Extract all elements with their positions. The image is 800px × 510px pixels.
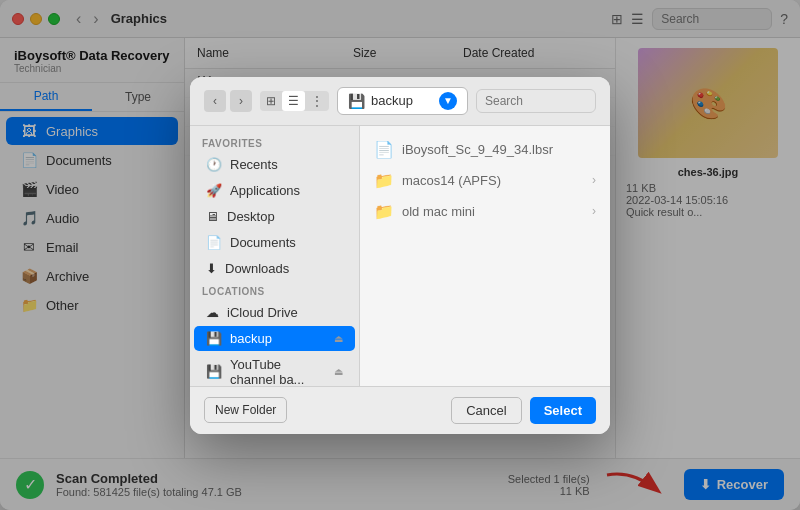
picker-recents-label: Recents bbox=[230, 157, 278, 172]
picker-item-applications[interactable]: 🚀 Applications bbox=[194, 178, 355, 203]
picker-footer: New Folder Cancel Select bbox=[190, 386, 610, 434]
icloud-icon: ☁ bbox=[206, 305, 219, 320]
favorites-label: Favorites bbox=[190, 134, 359, 151]
picker-item-backup[interactable]: 💾 backup ⏏ bbox=[194, 326, 355, 351]
downloads-icon: ⬇ bbox=[206, 261, 217, 276]
list-item[interactable]: 📁 old mac mini › bbox=[360, 196, 610, 227]
list-item[interactable]: 📁 macos14 (APFS) › bbox=[360, 165, 610, 196]
picker-sidebar: Favorites 🕐 Recents 🚀 Applications 🖥 Des… bbox=[190, 126, 360, 386]
picker-youtube-label: YouTube channel ba... bbox=[230, 357, 326, 386]
locations-label: Locations bbox=[190, 282, 359, 299]
applications-icon: 🚀 bbox=[206, 183, 222, 198]
picker-column-view-button[interactable]: ⋮ bbox=[305, 91, 329, 111]
file-picker: ‹ › ⊞ ☰ ⋮ 💾 backup ▼ Favorites 🕐 bbox=[190, 77, 610, 434]
chevron-right-icon-2: › bbox=[592, 204, 596, 218]
backup-drive-icon: 💾 bbox=[206, 331, 222, 346]
recents-icon: 🕐 bbox=[206, 157, 222, 172]
picker-desktop-label: Desktop bbox=[227, 209, 275, 224]
picker-documents-label: Documents bbox=[230, 235, 296, 250]
picker-location: 💾 backup ▼ bbox=[337, 87, 468, 115]
picker-icloud-label: iCloud Drive bbox=[227, 305, 298, 320]
picker-folder-name: macos14 (APFS) bbox=[402, 173, 584, 188]
select-button[interactable]: Select bbox=[530, 397, 596, 424]
picker-forward-button[interactable]: › bbox=[230, 90, 252, 112]
picker-item-downloads[interactable]: ⬇ Downloads bbox=[194, 256, 355, 281]
picker-file-name: iBoysoft_Sc_9_49_34.lbsr bbox=[402, 142, 596, 157]
picker-toolbar: ‹ › ⊞ ☰ ⋮ 💾 backup ▼ bbox=[190, 77, 610, 126]
youtube-drive-icon: 💾 bbox=[206, 364, 222, 379]
picker-applications-label: Applications bbox=[230, 183, 300, 198]
picker-file-icon: 📄 bbox=[374, 140, 394, 159]
chevron-right-icon: › bbox=[592, 173, 596, 187]
picker-back-button[interactable]: ‹ bbox=[204, 90, 226, 112]
picker-search-input[interactable] bbox=[476, 89, 596, 113]
backup-eject-icon[interactable]: ⏏ bbox=[334, 333, 343, 344]
picker-backup-label: backup bbox=[230, 331, 272, 346]
picker-list-view-button[interactable]: ☰ bbox=[282, 91, 305, 111]
picker-content: 📄 iBoysoft_Sc_9_49_34.lbsr 📁 macos14 (AP… bbox=[360, 126, 610, 386]
picker-body: Favorites 🕐 Recents 🚀 Applications 🖥 Des… bbox=[190, 126, 610, 386]
picker-downloads-label: Downloads bbox=[225, 261, 289, 276]
list-item[interactable]: 📄 iBoysoft_Sc_9_49_34.lbsr bbox=[360, 134, 610, 165]
picker-item-recents[interactable]: 🕐 Recents bbox=[194, 152, 355, 177]
picker-location-expand[interactable]: ▼ bbox=[439, 92, 457, 110]
picker-item-desktop[interactable]: 🖥 Desktop bbox=[194, 204, 355, 229]
picker-folder-icon: 📁 bbox=[374, 171, 394, 190]
picker-docs-icon: 📄 bbox=[206, 235, 222, 250]
picker-nav: ‹ › bbox=[204, 90, 252, 112]
cancel-button[interactable]: Cancel bbox=[451, 397, 521, 424]
picker-item-youtube[interactable]: 💾 YouTube channel ba... ⏏ bbox=[194, 352, 355, 386]
picker-item-documents[interactable]: 📄 Documents bbox=[194, 230, 355, 255]
picker-item-icloud[interactable]: ☁ iCloud Drive bbox=[194, 300, 355, 325]
footer-actions: Cancel Select bbox=[451, 397, 596, 424]
modal-overlay: ‹ › ⊞ ☰ ⋮ 💾 backup ▼ Favorites 🕐 bbox=[0, 0, 800, 510]
new-folder-button[interactable]: New Folder bbox=[204, 397, 287, 423]
youtube-eject-icon[interactable]: ⏏ bbox=[334, 366, 343, 377]
picker-location-name: backup bbox=[371, 93, 413, 108]
picker-folder-name-2: old mac mini bbox=[402, 204, 584, 219]
picker-icon-view-button[interactable]: ⊞ bbox=[260, 91, 282, 111]
desktop-icon: 🖥 bbox=[206, 209, 219, 224]
picker-folder-icon-2: 📁 bbox=[374, 202, 394, 221]
location-drive-icon: 💾 bbox=[348, 93, 365, 109]
picker-view-buttons: ⊞ ☰ ⋮ bbox=[260, 91, 329, 111]
